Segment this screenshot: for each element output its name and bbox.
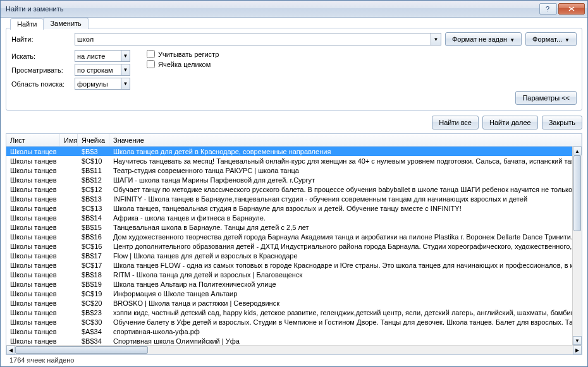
find-label: Найти: (11, 35, 75, 43)
table-row[interactable]: Школы танцев$B$17Flow | Школа танцев для… (6, 251, 572, 260)
table-row[interactable]: Школы танцев$B$18RITM - Школа танца для … (6, 270, 572, 279)
scroll-down-icon[interactable]: ▼ (573, 336, 582, 345)
table-row[interactable]: Школы танцев$B$13INFINITY - Школа танцев… (6, 194, 572, 203)
scope-select[interactable] (75, 50, 121, 62)
vscroll-thumb[interactable] (573, 155, 581, 231)
area-select[interactable] (75, 78, 121, 90)
hscroll-thumb[interactable] (15, 346, 148, 354)
view-label: Просматривать: (11, 66, 75, 74)
close-window-button[interactable] (558, 3, 585, 15)
table-row[interactable]: Школы танцев$B$3Школа танцев для детей в… (6, 147, 572, 156)
table-row[interactable]: Школы танцев$C$10Научитесь танцевать за … (6, 156, 572, 165)
table-row[interactable]: Школы танцев$B$12ШАГИ - школа танца Мари… (6, 175, 572, 184)
whole-cell-checkbox[interactable] (147, 60, 155, 68)
col-name[interactable]: Имя (60, 134, 78, 146)
find-all-button[interactable]: Найти все (432, 116, 479, 129)
parameters-button[interactable]: Параметры << (515, 91, 577, 105)
col-sheet[interactable]: Лист (6, 134, 60, 146)
table-row[interactable]: Школы танцев$C$19Информация о Школе танц… (6, 289, 572, 298)
table-row[interactable]: Школы танцев$B$34Спортивная школа Олимпи… (6, 336, 572, 345)
view-dropdown-icon[interactable]: ▼ (121, 64, 130, 76)
search-panel: Найти Заменить Найти: ▼ Формат не задан▼… (6, 28, 582, 111)
scroll-right-icon[interactable]: ▶ (573, 346, 582, 354)
results-grid: Лист Имя Ячейка Значение Школы танцев$B$… (6, 133, 582, 355)
table-row[interactable]: Школы танцев$C$30Обучение балету в Уфе д… (6, 317, 572, 327)
area-label: Область поиска: (11, 80, 75, 88)
status-bar: 1764 ячеек найдено (6, 355, 582, 366)
window-title: Найти и заменить (6, 5, 538, 13)
search-input[interactable] (75, 33, 431, 45)
table-row[interactable]: Школы танцев$B$14Африка - школа танцев и… (6, 213, 572, 222)
table-row[interactable]: Школы танцев$C$16Центр дополнительного о… (6, 241, 572, 251)
table-row[interactable]: Школы танцев$C$20BROSKO | Школа танца и … (6, 298, 572, 308)
scope-label: Искать: (11, 52, 75, 60)
horizontal-scrollbar[interactable]: ◀ ▶ (6, 345, 582, 354)
view-select[interactable] (75, 64, 121, 76)
search-history-dropdown[interactable]: ▼ (431, 33, 441, 45)
table-row[interactable]: Школы танцев$B$11Театр-студия современно… (6, 165, 572, 175)
close-button[interactable]: Закрыть (542, 116, 582, 129)
svg-text:?: ? (546, 6, 549, 12)
match-case-checkbox[interactable] (147, 50, 155, 58)
col-cell[interactable]: Ячейка (78, 134, 109, 146)
format-unset-button[interactable]: Формат не задан▼ (445, 32, 522, 46)
table-row[interactable]: Школы танцев$B$23хэппи кидс, частный дет… (6, 308, 572, 317)
table-row[interactable]: Школы танцев$B$16Дом художественного тво… (6, 232, 572, 241)
grid-header: Лист Имя Ячейка Значение (6, 134, 582, 147)
tab-replace[interactable]: Заменить (43, 18, 88, 29)
match-case-label: Учитывать регистр (158, 51, 219, 58)
scroll-up-icon[interactable]: ▲ (573, 147, 582, 155)
format-button[interactable]: Формат...▼ (525, 32, 577, 46)
area-dropdown-icon[interactable]: ▼ (121, 78, 130, 90)
table-row[interactable]: Школы танцев$B$15Танцевальная школа в Ба… (6, 222, 572, 232)
tab-find[interactable]: Найти (10, 18, 44, 30)
whole-cell-label: Ячейка целиком (158, 61, 211, 68)
table-row[interactable]: Школы танцев$C$12Обучает танцу по методи… (6, 184, 572, 194)
vertical-scrollbar[interactable]: ▲ ▼ (572, 147, 582, 345)
scope-dropdown-icon[interactable]: ▼ (121, 50, 130, 62)
titlebar: Найти и заменить ? (1, 1, 587, 18)
table-row[interactable]: Школы танцев$A$34спортивная-школа-уфа.рф (6, 327, 572, 336)
table-row[interactable]: Школы танцев$C$13Школа танцев, танцеваль… (6, 203, 572, 213)
help-button[interactable]: ? (539, 3, 557, 15)
scroll-left-icon[interactable]: ◀ (6, 346, 15, 354)
table-row[interactable]: Школы танцев$C$17Школа танцев FLOW - одн… (6, 260, 572, 270)
find-next-button[interactable]: Найти далее (482, 116, 538, 129)
col-value[interactable]: Значение (109, 134, 582, 146)
table-row[interactable]: Школы танцев$B$19Школа танцев Альтаир на… (6, 279, 572, 289)
